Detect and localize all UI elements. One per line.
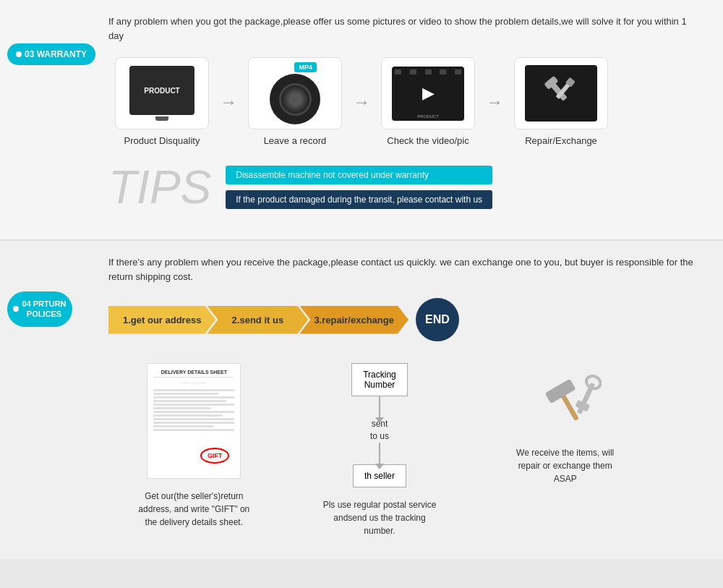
- play-triangle: ▶: [422, 84, 435, 103]
- col-1-desc: Get our(the seller's)return address, and…: [136, 490, 252, 529]
- return-col-2: TrackingNumber sentto us th seller Pls u…: [294, 363, 466, 537]
- arrow-head-1: [375, 417, 384, 423]
- flow-end-label: END: [425, 313, 450, 326]
- repair-tools-svg: [529, 359, 602, 439]
- flow-step-2-label: 2.send it us: [232, 315, 284, 325]
- warranty-description: If any problem when you got the package,…: [108, 14, 694, 43]
- step-3-label: Check the video/pic: [387, 135, 469, 146]
- product-screen: PRODUCT: [129, 66, 194, 115]
- arrow-2: →: [353, 92, 370, 112]
- warranty-step-3: ▶ PRODUCT Check the video/pic: [381, 57, 475, 146]
- warranty-steps: PRODUCT Product Disquality → MP4: [108, 57, 615, 146]
- arrow-down-2: [379, 443, 380, 464]
- step-2-label: Leave a record: [264, 135, 327, 146]
- return-col-3: We receive the items, will repair or exc…: [479, 363, 651, 485]
- camera-lens: [279, 83, 312, 116]
- tips-section: TIPS Disassemble machine not covered und…: [108, 164, 680, 210]
- flow-end: END: [416, 298, 459, 341]
- return-bottom: DELIVERY DETAILS SHEET — — — — —: [108, 363, 651, 537]
- svg-rect-5: [544, 379, 576, 404]
- step-img-camera: MP4: [248, 57, 342, 129]
- warranty-step-1: PRODUCT Product Disquality: [115, 57, 209, 146]
- tools-svg: [536, 72, 586, 115]
- dot-icon-2: [13, 306, 19, 312]
- warranty-label: 03 WARRANTY: [25, 49, 87, 59]
- return-col-1: DELIVERY DETAILS SHEET — — — — —: [108, 363, 280, 529]
- step-1-label: Product Disquality: [124, 135, 200, 146]
- step-img-product: PRODUCT: [115, 57, 209, 129]
- main-container: If any problem when you got the package,…: [0, 0, 723, 559]
- video-box: ▶ PRODUCT: [392, 67, 464, 121]
- svg-point-7: [584, 374, 602, 391]
- return-label: 04 PRTURNPOLICES: [22, 299, 66, 320]
- step-img-video: ▶ PRODUCT: [381, 57, 475, 129]
- warranty-step-2: MP4 Leave a record: [248, 57, 342, 146]
- return-flow: 1.get our address 2.send it us 3.repair/…: [108, 298, 651, 341]
- dot-icon: [16, 51, 22, 57]
- tip-cyan: Disassemble machine not covered under wa…: [226, 166, 492, 184]
- film-strip-top: [395, 69, 461, 74]
- col-2-desc: Pls use regular postal service andsend u…: [322, 498, 437, 537]
- section-warranty: If any problem when you got the package,…: [0, 0, 723, 241]
- flow-step-1-label: 1.get our address: [123, 315, 201, 325]
- camera-wrapper: MP4: [270, 62, 320, 124]
- tracking-flow: TrackingNumber sentto us th seller: [351, 363, 408, 487]
- arrow-3: →: [486, 92, 503, 112]
- step-4-label: Repair/Exchange: [525, 135, 597, 146]
- gift-label: GIFT: [200, 448, 229, 464]
- tips-boxes: Disassemble machine not covered under wa…: [226, 166, 492, 209]
- tracking-number-box: TrackingNumber: [351, 363, 408, 396]
- camera-body: [270, 74, 320, 124]
- sheet-title: DELIVERY DETAILS SHEET: [153, 370, 234, 378]
- product-stand: [155, 116, 168, 121]
- arrow-down-1: [379, 396, 380, 418]
- repair-box: [525, 65, 597, 122]
- section-return: If there's any problem when you receive …: [0, 241, 723, 559]
- section-label-return: 04 PRTURNPOLICES: [7, 291, 72, 327]
- flow-step-3: 3.repair/exchange: [299, 306, 408, 334]
- arrow-1: →: [220, 92, 237, 112]
- sheet-lines: [153, 389, 234, 431]
- tips-title: TIPS: [108, 164, 211, 210]
- warranty-step-4: Repair/Exchange: [514, 57, 608, 146]
- sheet-subtitle: — — — — —: [153, 380, 234, 385]
- tools-icon: [529, 363, 602, 435]
- flow-step-2: 2.send it us: [207, 306, 308, 334]
- delivery-sheet: DELIVERY DETAILS SHEET — — — — —: [147, 363, 241, 479]
- return-description: If there's any problem when you receive …: [108, 255, 694, 284]
- flow-step-1: 1.get our address: [108, 306, 215, 334]
- flow-step-3-label: 3.repair/exchange: [314, 315, 394, 325]
- mp4-badge: MP4: [294, 62, 317, 72]
- col-3-desc: We receive the items, will repair or exc…: [508, 446, 623, 485]
- tip-dark: If the product damaged during the transi…: [226, 190, 492, 209]
- arrow-head-2: [375, 464, 384, 469]
- video-label-inner: PRODUCT: [417, 114, 439, 119]
- tracking-number-label: TrackingNumber: [363, 370, 396, 390]
- step-img-repair: [514, 57, 608, 129]
- section-label-warranty: 03 WARRANTY: [7, 43, 95, 65]
- seller-label: th seller: [364, 471, 395, 481]
